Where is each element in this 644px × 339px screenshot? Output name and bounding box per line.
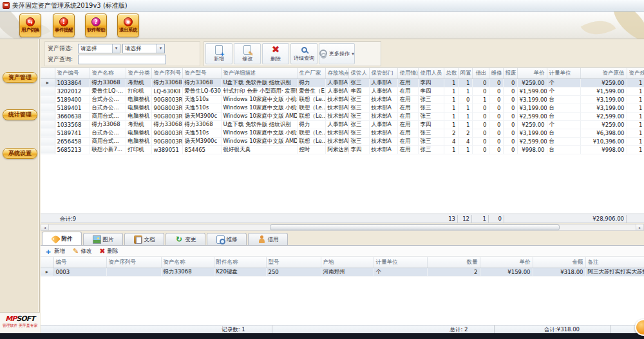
column-header[interactable]: 型号 bbox=[266, 257, 321, 268]
asset-filter-select-1[interactable]: 请选择 ▾ bbox=[78, 44, 120, 53]
column-header[interactable]: 单价 bbox=[517, 68, 547, 78]
sidebar-item-statistics-management[interactable]: 统计管理 bbox=[3, 109, 37, 120]
delete-x-icon: ✖ bbox=[99, 248, 105, 255]
attachment-toolbar: ＋ 新增 ✎ 修改 ✖ 删除 bbox=[41, 246, 644, 257]
cell: 张三 bbox=[348, 120, 369, 129]
asset-query-input[interactable] bbox=[78, 55, 166, 64]
user-switch-button[interactable]: ⇆ 用户切换 bbox=[19, 14, 41, 37]
cell: 李四 bbox=[418, 120, 444, 129]
column-header[interactable]: 资产名称 bbox=[161, 257, 214, 268]
table-row[interactable]: 3202012爱普生LQ-...打印机LQ-630KII爱普生LQ-630KII… bbox=[41, 87, 644, 95]
column-header[interactable]: 生产厂家 bbox=[297, 68, 325, 78]
table-row[interactable]: 5189741台式办公...电脑整机90G8003RCD天逸510sWindow… bbox=[41, 129, 644, 137]
scroll-left-icon[interactable]: ◂ bbox=[41, 224, 49, 230]
column-header[interactable]: 维修 bbox=[489, 68, 503, 78]
tab-repairs[interactable]: 维修 bbox=[207, 233, 247, 246]
column-header[interactable]: 编号 bbox=[53, 257, 106, 268]
more-operations-button[interactable]: 更多操作 ▾ bbox=[319, 43, 355, 64]
scroll-right-icon[interactable]: ▸ bbox=[636, 224, 643, 230]
column-header[interactable]: 存放地点 bbox=[325, 68, 348, 78]
scrollbar-thumb[interactable] bbox=[270, 224, 560, 230]
column-header[interactable]: 资产型号 bbox=[182, 68, 221, 78]
cell: 电脑整机 bbox=[126, 112, 151, 120]
sidebar-item-system-settings[interactable]: 系统设置 bbox=[3, 148, 37, 159]
column-header[interactable]: 资产残值率 bbox=[627, 68, 644, 78]
column-header[interactable]: 使用人员 bbox=[418, 68, 444, 78]
cell: ¥3,199.00 bbox=[580, 95, 627, 104]
column-header[interactable]: 闲置 bbox=[458, 68, 472, 78]
table-row[interactable]: 5189400台式办公...电脑整机90G8003RCD天逸510sWindow… bbox=[41, 95, 644, 104]
tab-attachments[interactable]: 附件 bbox=[42, 232, 82, 246]
column-header[interactable]: 计量单位 bbox=[374, 257, 427, 268]
cell: 打印机 bbox=[126, 87, 151, 95]
column-header[interactable]: 总数 bbox=[444, 68, 458, 78]
tab-documents[interactable]: 文档 bbox=[124, 233, 164, 246]
cell: 0 bbox=[472, 87, 489, 95]
column-header[interactable]: 资产分类 bbox=[126, 68, 151, 78]
cell: 1 bbox=[444, 78, 458, 87]
cell: 张三 bbox=[348, 104, 369, 112]
asset-filter-label: 资产筛选: bbox=[48, 44, 76, 53]
column-header[interactable]: 保管部门 bbox=[369, 68, 397, 78]
column-header[interactable]: 保管人 bbox=[348, 68, 369, 78]
cell: 张三 bbox=[348, 129, 369, 137]
asset-table: 资产编号资产名称资产分类资产序列号资产型号资产详细描述生产厂家存放地点保管人保管… bbox=[41, 68, 644, 154]
sidebar-item-asset-management[interactable]: 资产管理 bbox=[3, 72, 37, 83]
column-header[interactable]: 报废 bbox=[503, 68, 517, 78]
table-row[interactable]: 2656458商用台式...电脑整机90G8003RCD扬天M3900cWind… bbox=[41, 137, 644, 145]
column-header[interactable]: 资产名称 bbox=[90, 68, 126, 78]
column-header[interactable]: 计量单位 bbox=[547, 68, 580, 78]
column-header[interactable]: 资产原值 bbox=[580, 68, 627, 78]
cell: 1033568 bbox=[55, 120, 90, 129]
tab-borrow[interactable]: 借用 bbox=[248, 233, 288, 246]
edit-asset-button[interactable]: ✎ 修改 bbox=[234, 43, 261, 64]
cell: 2 bbox=[444, 129, 458, 137]
delete-attachment-button[interactable]: ✖ 删除 bbox=[99, 248, 118, 255]
leaf-decoration bbox=[581, 12, 616, 39]
column-header[interactable]: 金额 bbox=[533, 257, 585, 268]
cell: 张三 bbox=[348, 112, 369, 120]
cell: 在用 bbox=[397, 104, 418, 112]
column-header[interactable]: 资产序列号 bbox=[106, 257, 161, 268]
tab-changes[interactable]: ↻变更 bbox=[166, 233, 205, 246]
column-header[interactable]: 资产编号 bbox=[55, 68, 90, 78]
event-reminder-button[interactable]: ! 事件提醒 bbox=[53, 14, 75, 37]
table-row[interactable]: 1033568得力33068考勤机得力33068得力33068U盘下载 免软件版… bbox=[41, 120, 644, 129]
tab-pictures[interactable]: 图片 bbox=[83, 233, 123, 246]
column-header[interactable]: 备注 bbox=[585, 257, 644, 268]
table-row[interactable]: 5189401台式办公...电脑整机90G8003RCD天逸510sWindow… bbox=[41, 104, 644, 112]
column-header[interactable]: 资产序列号 bbox=[151, 68, 182, 78]
add-asset-button[interactable]: ＋ 新增 bbox=[205, 43, 232, 64]
cell: 在用 bbox=[397, 78, 418, 87]
table-row[interactable]: ▸0003得力33068K20键盘250河南郑州个2¥159.00¥318.00… bbox=[41, 268, 644, 276]
chevron-down-icon[interactable]: ▾ bbox=[112, 44, 120, 53]
cell: 得力33068 bbox=[182, 120, 221, 129]
column-header[interactable]: 附件名称 bbox=[214, 257, 266, 268]
column-header[interactable]: 数量 bbox=[427, 257, 480, 268]
top-toolbar: ⇆ 用户切换 ! 事件提醒 ? 软件帮助 ◉ 退出系统 bbox=[0, 12, 644, 39]
column-header[interactable]: 资产详细描述 bbox=[221, 68, 297, 78]
column-header[interactable]: 借出 bbox=[472, 68, 489, 78]
column-header[interactable]: 产地 bbox=[321, 257, 374, 268]
detail-query-button[interactable]: 详细查询 bbox=[290, 43, 317, 64]
pictures-icon bbox=[93, 235, 101, 244]
exit-system-button[interactable]: ◉ 退出系统 bbox=[117, 14, 139, 37]
cell: 人事部A bbox=[369, 78, 397, 87]
table-row[interactable]: 3660638商用台式...电脑整机90G8003RCD扬天M3900cWind… bbox=[41, 112, 644, 120]
cell: 联想（Le... bbox=[297, 104, 325, 112]
table-row[interactable]: 5685213联想小新7...打印机w389051854465很好很天真控时阿索… bbox=[41, 145, 644, 154]
add-attachment-button[interactable]: ＋ 新增 bbox=[44, 248, 65, 255]
table-row[interactable]: ▸1033864得力33068考勤机得力33068得力33068U盘下载 免软件… bbox=[41, 78, 644, 87]
software-help-button[interactable]: ? 软件帮助 bbox=[85, 14, 107, 37]
delete-asset-button[interactable]: ✖ 删除 bbox=[262, 43, 289, 64]
cell: 1 bbox=[627, 95, 644, 104]
cell: 电脑整机 bbox=[126, 95, 151, 104]
chevron-down-icon[interactable]: ▾ bbox=[156, 44, 164, 53]
cell: 李四 bbox=[418, 78, 444, 87]
edit-attachment-button[interactable]: ✎ 修改 bbox=[73, 248, 91, 255]
horizontal-scrollbar[interactable]: ◂ ▸ bbox=[41, 224, 644, 231]
asset-filter-select-2[interactable]: 请选择 ▾ bbox=[122, 44, 165, 53]
cell: 天逸510s bbox=[182, 129, 221, 137]
column-header[interactable]: 使用情况 bbox=[397, 68, 418, 78]
column-header[interactable]: 单价 bbox=[480, 257, 533, 268]
